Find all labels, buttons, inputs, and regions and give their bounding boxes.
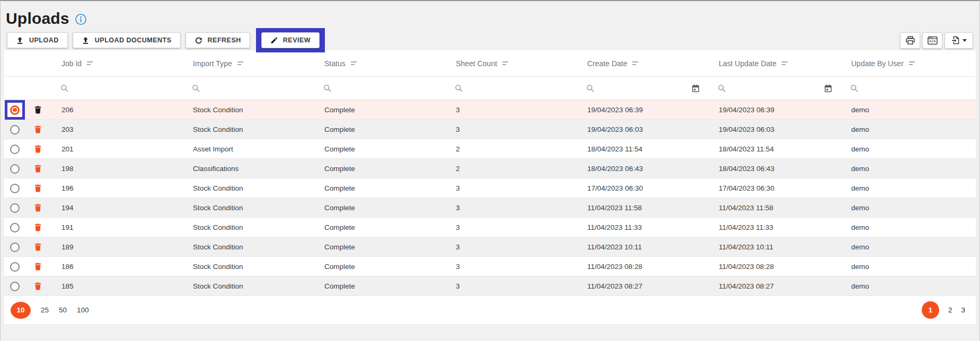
column-header-job-id[interactable]: Job Id [50,59,181,68]
search-icon[interactable] [586,84,595,93]
page-size-25[interactable]: 25 [41,306,49,314]
table-row: 186Stock ConditionComplete311/04/2023 08… [4,257,976,276]
column-header-update-by-user[interactable]: Update By User [840,59,976,68]
cell-sheet-count: 2 [444,165,576,173]
search-icon[interactable] [718,84,726,93]
cell-last-update-date: 19/04/2023 06:03 [707,125,840,133]
delete-button[interactable] [33,124,42,134]
radio-button[interactable] [10,125,20,134]
search-icon[interactable] [455,84,463,93]
search-icon[interactable] [323,84,332,93]
filter-cell-update-by-user[interactable] [840,84,976,93]
delete-button[interactable] [33,164,42,174]
cell-last-update-date: 17/04/2023 06:30 [707,184,840,192]
info-icon[interactable] [75,13,87,25]
cell-sheet-count: 3 [444,204,576,212]
cell-create-date: 11/04/2023 11:58 [576,204,707,212]
header-filter-icon[interactable] [87,61,93,65]
column-header-import-type[interactable]: Import Type [181,59,313,68]
column-header-last-update-date[interactable]: Last Update Date [707,59,840,68]
upload-button[interactable]: UPLOAD [7,32,68,48]
delete-button[interactable] [33,222,42,232]
radio-button[interactable] [10,145,20,154]
search-icon[interactable] [192,84,200,93]
highlight-annotation-box [5,100,25,120]
page-size-10[interactable]: 10 [11,302,31,319]
page-number-3[interactable]: 3 [961,306,965,314]
cell-import-type: Stock Condition [181,184,313,192]
cell-update-by-user: demo [840,223,976,231]
radio-button[interactable] [10,282,20,291]
header-filter-icon[interactable] [502,61,508,65]
table-filter-row [4,77,976,100]
table-row: 189Stock ConditionComplete311/04/2023 10… [4,237,976,257]
column-label: Status [324,59,346,68]
search-icon[interactable] [60,84,69,93]
column-header-create-date[interactable]: Create Date [576,59,707,68]
cell-sheet-count: 2 [444,145,576,153]
header-filter-icon[interactable] [351,61,357,65]
header-filter-icon[interactable] [237,61,243,65]
delete-button[interactable] [33,203,42,213]
page-size-100[interactable]: 100 [77,306,89,314]
radio-button[interactable] [10,184,20,193]
radio-button[interactable] [10,164,20,174]
filter-cell-last-update-date[interactable] [707,84,840,93]
calendar-icon[interactable] [824,84,832,93]
filter-cell-create-date[interactable] [576,84,707,93]
code-view-button[interactable]: </> [922,32,942,49]
delete-button[interactable] [33,262,42,272]
column-label: Import Type [193,59,232,68]
cell-job-id: 201 [50,145,181,153]
cell-job-id: 206 [50,106,181,114]
radio-button[interactable] [10,223,20,232]
cell-create-date: 11/04/2023 08:27 [576,282,707,290]
search-icon[interactable] [850,84,859,93]
delete-button[interactable] [33,183,42,193]
cell-status: Complete [313,223,444,231]
refresh-label: REFRESH [208,37,241,44]
page-number-1[interactable]: 1 [922,301,939,319]
filter-cell-import-type[interactable] [181,84,313,93]
radio-button[interactable] [10,203,20,213]
filter-cell-status[interactable] [313,84,444,93]
header-filter-icon[interactable] [909,61,915,65]
header-filter-icon[interactable] [632,61,638,65]
delete-button[interactable] [33,281,42,291]
delete-button[interactable] [33,242,42,252]
export-button[interactable] [944,32,973,49]
filter-cell-job-id[interactable] [50,84,181,93]
delete-button[interactable] [33,105,42,115]
cell-sheet-count: 3 [444,243,576,251]
pencil-icon [270,37,278,44]
header-filter-icon[interactable] [782,61,788,65]
print-button[interactable] [900,32,920,49]
review-button[interactable]: REVIEW [261,32,320,48]
uploads-page: Uploads UPLOADUPLOAD DOCUMENTSREFRESHREV… [0,0,980,341]
radio-button[interactable] [10,105,20,115]
column-header-sheet-count[interactable]: Sheet Count [444,59,576,68]
radio-button[interactable] [10,243,20,252]
refresh-button[interactable]: REFRESH [186,32,250,48]
table-row: 194Stock ConditionComplete311/04/2023 11… [4,198,976,218]
cell-status: Complete [313,106,444,114]
cell-create-date: 17/04/2023 06:30 [576,184,707,192]
radio-button[interactable] [10,262,20,272]
toolbar: UPLOADUPLOAD DOCUMENTSREFRESHREVIEW </> [7,32,973,48]
cell-update-by-user: demo [840,165,976,173]
page-number-2[interactable]: 2 [948,306,952,314]
upload-documents-button[interactable]: UPLOAD DOCUMENTS [73,32,181,48]
calendar-icon[interactable] [692,84,700,93]
cell-import-type: Stock Condition [181,282,313,290]
filter-cell-sheet-count[interactable] [444,84,576,93]
cell-create-date: 11/04/2023 10:11 [576,243,707,251]
highlight-annotation-box: REVIEW [256,28,325,52]
cell-last-update-date: 11/04/2023 11:58 [707,204,840,212]
cell-status: Complete [313,282,444,290]
delete-button[interactable] [33,144,42,154]
cell-job-id: 185 [50,282,181,290]
toolbar-icon-buttons: </> [900,32,973,49]
cell-import-type: Stock Condition [181,106,313,114]
page-size-50[interactable]: 50 [59,306,67,314]
column-header-status[interactable]: Status [313,59,444,68]
